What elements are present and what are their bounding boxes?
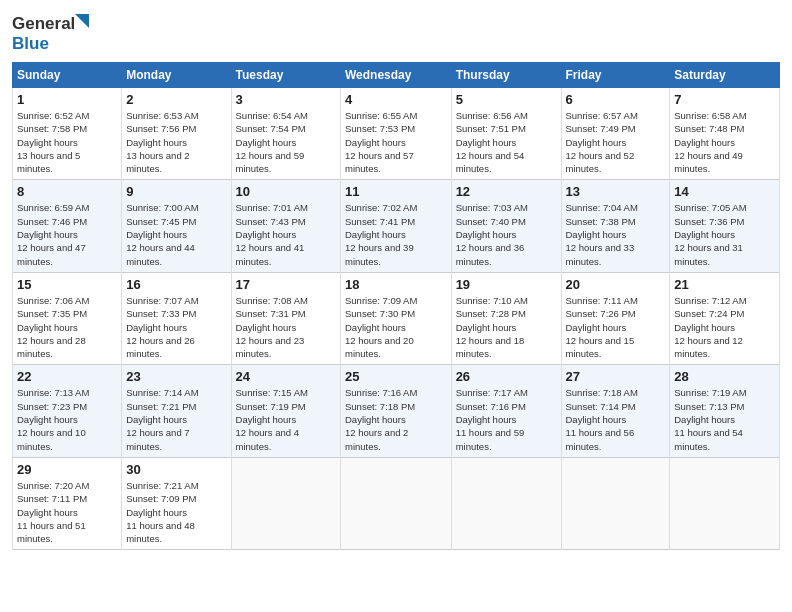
- day-info: Sunrise: 6:57 AMSunset: 7:49 PMDaylight …: [566, 110, 638, 174]
- calendar-table: Sunday Monday Tuesday Wednesday Thursday…: [12, 62, 780, 550]
- table-cell: 24 Sunrise: 7:15 AMSunset: 7:19 PMDaylig…: [231, 365, 340, 457]
- day-number: 11: [345, 184, 447, 199]
- day-info: Sunrise: 7:07 AMSunset: 7:33 PMDaylight …: [126, 295, 198, 359]
- day-number: 10: [236, 184, 336, 199]
- table-cell: [231, 457, 340, 549]
- day-info: Sunrise: 7:15 AMSunset: 7:19 PMDaylight …: [236, 387, 308, 451]
- day-info: Sunrise: 7:03 AMSunset: 7:40 PMDaylight …: [456, 202, 528, 266]
- header-row: Sunday Monday Tuesday Wednesday Thursday…: [13, 63, 780, 88]
- table-cell: 16 Sunrise: 7:07 AMSunset: 7:33 PMDaylig…: [122, 272, 231, 364]
- table-cell: 20 Sunrise: 7:11 AMSunset: 7:26 PMDaylig…: [561, 272, 670, 364]
- table-cell: 25 Sunrise: 7:16 AMSunset: 7:18 PMDaylig…: [341, 365, 452, 457]
- table-cell: 5 Sunrise: 6:56 AMSunset: 7:51 PMDayligh…: [451, 88, 561, 180]
- day-info: Sunrise: 6:55 AMSunset: 7:53 PMDaylight …: [345, 110, 417, 174]
- svg-marker-0: [75, 14, 89, 28]
- day-info: Sunrise: 6:58 AMSunset: 7:48 PMDaylight …: [674, 110, 746, 174]
- day-info: Sunrise: 7:08 AMSunset: 7:31 PMDaylight …: [236, 295, 308, 359]
- table-cell: 27 Sunrise: 7:18 AMSunset: 7:14 PMDaylig…: [561, 365, 670, 457]
- day-number: 30: [126, 462, 226, 477]
- day-info: Sunrise: 6:52 AMSunset: 7:58 PMDaylight …: [17, 110, 89, 174]
- day-info: Sunrise: 6:59 AMSunset: 7:46 PMDaylight …: [17, 202, 89, 266]
- calendar-row: 8 Sunrise: 6:59 AMSunset: 7:46 PMDayligh…: [13, 180, 780, 272]
- day-info: Sunrise: 6:56 AMSunset: 7:51 PMDaylight …: [456, 110, 528, 174]
- table-cell: 2 Sunrise: 6:53 AMSunset: 7:56 PMDayligh…: [122, 88, 231, 180]
- day-number: 29: [17, 462, 117, 477]
- day-number: 12: [456, 184, 557, 199]
- day-number: 3: [236, 92, 336, 107]
- day-number: 14: [674, 184, 775, 199]
- day-info: Sunrise: 7:17 AMSunset: 7:16 PMDaylight …: [456, 387, 528, 451]
- col-sun: Sunday: [13, 63, 122, 88]
- table-cell: 17 Sunrise: 7:08 AMSunset: 7:31 PMDaylig…: [231, 272, 340, 364]
- table-cell: 7 Sunrise: 6:58 AMSunset: 7:48 PMDayligh…: [670, 88, 780, 180]
- day-info: Sunrise: 7:02 AMSunset: 7:41 PMDaylight …: [345, 202, 417, 266]
- table-cell: 29 Sunrise: 7:20 AMSunset: 7:11 PMDaylig…: [13, 457, 122, 549]
- col-fri: Friday: [561, 63, 670, 88]
- day-number: 6: [566, 92, 666, 107]
- table-cell: 8 Sunrise: 6:59 AMSunset: 7:46 PMDayligh…: [13, 180, 122, 272]
- col-thu: Thursday: [451, 63, 561, 88]
- day-number: 20: [566, 277, 666, 292]
- table-cell: [670, 457, 780, 549]
- day-info: Sunrise: 7:20 AMSunset: 7:11 PMDaylight …: [17, 480, 89, 544]
- day-info: Sunrise: 6:53 AMSunset: 7:56 PMDaylight …: [126, 110, 198, 174]
- day-number: 19: [456, 277, 557, 292]
- day-number: 2: [126, 92, 226, 107]
- table-cell: 18 Sunrise: 7:09 AMSunset: 7:30 PMDaylig…: [341, 272, 452, 364]
- table-cell: 13 Sunrise: 7:04 AMSunset: 7:38 PMDaylig…: [561, 180, 670, 272]
- table-cell: [341, 457, 452, 549]
- day-info: Sunrise: 7:10 AMSunset: 7:28 PMDaylight …: [456, 295, 528, 359]
- day-info: Sunrise: 7:18 AMSunset: 7:14 PMDaylight …: [566, 387, 638, 451]
- day-number: 17: [236, 277, 336, 292]
- col-wed: Wednesday: [341, 63, 452, 88]
- logo-mark: General Blue: [12, 14, 77, 54]
- day-info: Sunrise: 7:06 AMSunset: 7:35 PMDaylight …: [17, 295, 89, 359]
- page-container: General Blue Sunday Monday Tuesday Wedne…: [0, 0, 792, 560]
- day-number: 28: [674, 369, 775, 384]
- day-info: Sunrise: 7:16 AMSunset: 7:18 PMDaylight …: [345, 387, 417, 451]
- col-mon: Monday: [122, 63, 231, 88]
- day-info: Sunrise: 6:54 AMSunset: 7:54 PMDaylight …: [236, 110, 308, 174]
- day-info: Sunrise: 7:11 AMSunset: 7:26 PMDaylight …: [566, 295, 638, 359]
- day-number: 9: [126, 184, 226, 199]
- day-number: 1: [17, 92, 117, 107]
- day-info: Sunrise: 7:14 AMSunset: 7:21 PMDaylight …: [126, 387, 198, 451]
- table-cell: 21 Sunrise: 7:12 AMSunset: 7:24 PMDaylig…: [670, 272, 780, 364]
- day-number: 18: [345, 277, 447, 292]
- table-cell: 14 Sunrise: 7:05 AMSunset: 7:36 PMDaylig…: [670, 180, 780, 272]
- day-number: 21: [674, 277, 775, 292]
- day-info: Sunrise: 7:01 AMSunset: 7:43 PMDaylight …: [236, 202, 308, 266]
- table-cell: 26 Sunrise: 7:17 AMSunset: 7:16 PMDaylig…: [451, 365, 561, 457]
- table-cell: 19 Sunrise: 7:10 AMSunset: 7:28 PMDaylig…: [451, 272, 561, 364]
- page-header: General Blue: [12, 10, 780, 54]
- calendar-row: 15 Sunrise: 7:06 AMSunset: 7:35 PMDaylig…: [13, 272, 780, 364]
- table-cell: 30 Sunrise: 7:21 AMSunset: 7:09 PMDaylig…: [122, 457, 231, 549]
- logo: General Blue: [12, 14, 77, 54]
- calendar-row: 1 Sunrise: 6:52 AMSunset: 7:58 PMDayligh…: [13, 88, 780, 180]
- table-cell: 15 Sunrise: 7:06 AMSunset: 7:35 PMDaylig…: [13, 272, 122, 364]
- table-cell: [561, 457, 670, 549]
- day-number: 23: [126, 369, 226, 384]
- day-number: 5: [456, 92, 557, 107]
- day-info: Sunrise: 7:12 AMSunset: 7:24 PMDaylight …: [674, 295, 746, 359]
- day-info: Sunrise: 7:04 AMSunset: 7:38 PMDaylight …: [566, 202, 638, 266]
- day-number: 4: [345, 92, 447, 107]
- col-sat: Saturday: [670, 63, 780, 88]
- calendar-row: 29 Sunrise: 7:20 AMSunset: 7:11 PMDaylig…: [13, 457, 780, 549]
- day-number: 24: [236, 369, 336, 384]
- day-number: 8: [17, 184, 117, 199]
- col-tue: Tuesday: [231, 63, 340, 88]
- table-cell: 10 Sunrise: 7:01 AMSunset: 7:43 PMDaylig…: [231, 180, 340, 272]
- day-number: 26: [456, 369, 557, 384]
- table-cell: 22 Sunrise: 7:13 AMSunset: 7:23 PMDaylig…: [13, 365, 122, 457]
- day-info: Sunrise: 7:13 AMSunset: 7:23 PMDaylight …: [17, 387, 89, 451]
- table-cell: 11 Sunrise: 7:02 AMSunset: 7:41 PMDaylig…: [341, 180, 452, 272]
- table-cell: 3 Sunrise: 6:54 AMSunset: 7:54 PMDayligh…: [231, 88, 340, 180]
- day-number: 22: [17, 369, 117, 384]
- day-number: 16: [126, 277, 226, 292]
- day-info: Sunrise: 7:09 AMSunset: 7:30 PMDaylight …: [345, 295, 417, 359]
- day-number: 25: [345, 369, 447, 384]
- day-number: 15: [17, 277, 117, 292]
- day-info: Sunrise: 7:21 AMSunset: 7:09 PMDaylight …: [126, 480, 198, 544]
- day-number: 27: [566, 369, 666, 384]
